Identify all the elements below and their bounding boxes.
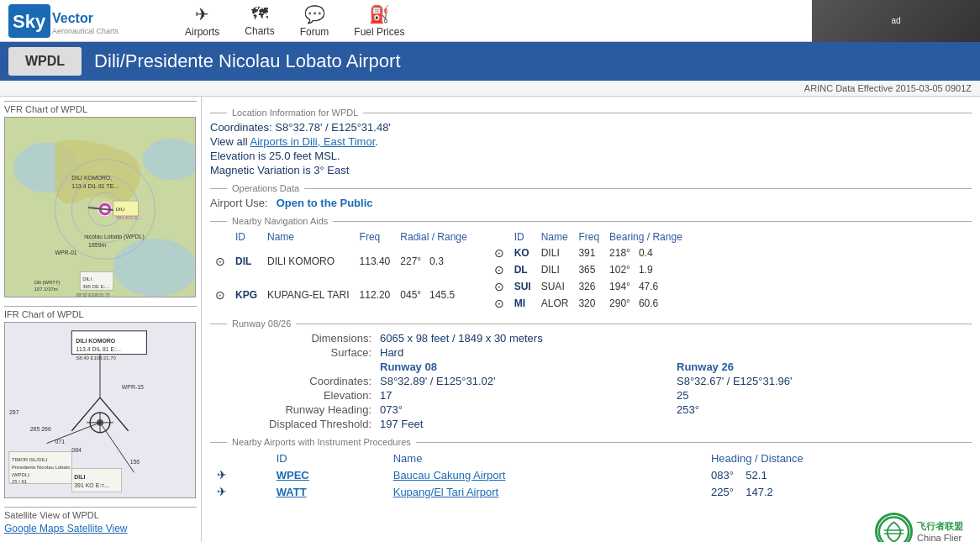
view-all-suffix: . — [375, 135, 378, 148]
svg-text:DILI KOMORO,: DILI KOMORO, — [71, 175, 112, 181]
nav-col-id-right: ID — [509, 229, 536, 245]
displaced-label: Displaced Threshold: — [210, 418, 378, 430]
svg-text:Presidente Nicolau Lobato: Presidente Nicolau Lobato — [12, 465, 71, 470]
svg-text:297: 297 — [9, 409, 19, 415]
rwy26-header: Runway 26 — [677, 360, 972, 373]
nav-airports[interactable]: ✈ Airports — [172, 4, 232, 38]
location-section-header: Location Information for WPDL — [210, 108, 972, 118]
nav-bearing: 290° 60.6 — [604, 295, 688, 312]
svg-text:Sky: Sky — [13, 11, 46, 32]
svg-text:365 DE E:...: 365 DE E:... — [82, 284, 109, 289]
dimensions-label: Dimensions: — [210, 332, 378, 345]
nav-col-icon-right — [489, 229, 509, 245]
svg-text:S8°32 E108:31.70: S8°32 E108:31.70 — [76, 293, 109, 297]
logo-area: Sky Vector Aeronautical Charts — [0, 4, 164, 38]
rwy08-elevation: 17 — [380, 389, 675, 402]
left-panel: VFR Chart of WPDL — [0, 97, 202, 542]
nav-id: DL — [509, 261, 536, 278]
nearby-id[interactable]: WPEC — [270, 466, 387, 483]
nav-aids-grid: ID Name Freq Radial / Range ⊙ DIL DILI K… — [210, 229, 972, 312]
view-all-text: View all Airports in Dili, East Timor. — [210, 135, 972, 148]
nav-id: KPG — [230, 278, 262, 312]
nearby-row: ✈ WPEC Baucau Cakung Airport 083° 52.1 — [210, 466, 972, 483]
nav-fuel[interactable]: ⛽ Fuel Prices — [341, 4, 417, 38]
runway-section-title: Runway 08/26 — [232, 318, 291, 329]
nearby-airports: ID Name Heading / Distance ✈ WPEC Baucau… — [210, 450, 972, 500]
surface-label: Surface: — [210, 346, 378, 359]
nearby-name[interactable]: Kupang/El Tari Airport — [387, 483, 704, 500]
nav-row-left: ⊙ DIL DILI KOMORO 113.40 227° 0.3 — [210, 245, 472, 278]
nearby-name[interactable]: Baucau Cakung Airport — [387, 466, 704, 483]
nav-col-icon-left — [210, 229, 230, 245]
nearby-icon-cell: ✈ — [210, 483, 270, 500]
coords-label: Coordinates: — [210, 375, 378, 387]
rwy08-header: Runway 08 — [380, 360, 675, 373]
satellite-link[interactable]: Google Maps Satellite View — [4, 523, 128, 534]
nav-aids-section-title: Nearby Navigation Aids — [232, 216, 328, 226]
china-flier-icon — [877, 515, 910, 543]
svg-text:25 / 61: 25 / 61 — [12, 479, 28, 484]
nav-aids: ID Name Freq Radial / Range ⊙ DIL DILI K… — [210, 229, 972, 312]
svg-text:DILI: DILI — [116, 207, 125, 212]
airports-link[interactable]: Airports in Dili, East Timor — [250, 135, 375, 148]
skyvector-logo[interactable]: Sky Vector Aeronautical Charts — [8, 4, 155, 38]
heading-label: Runway Heading: — [210, 403, 378, 416]
ifr-chart-image[interactable]: DILI KOMORO 113.4 DIL 81 E:... S8:40 E10… — [4, 322, 196, 498]
nearby-airports-table: ID Name Heading / Distance ✈ WPEC Baucau… — [210, 450, 972, 500]
fuel-icon: ⛽ — [369, 4, 390, 24]
nav-freq: 391 — [573, 245, 604, 261]
runway-section-header: Runway 08/26 — [210, 318, 972, 329]
nearby-heading: 225° 147.2 — [704, 483, 972, 500]
vfr-chart-title: VFR Chart of WPDL — [4, 101, 197, 114]
nav-col-name-left: Name — [262, 229, 355, 245]
nav-freq: 320 — [573, 295, 604, 312]
rwy08-displaced: 197 Feet — [380, 418, 675, 430]
nav-forum[interactable]: 💬 Forum — [287, 4, 342, 38]
operations-section-header: Operations Data — [210, 183, 972, 193]
nav-freq: 113.40 — [355, 245, 396, 278]
nearby-section-header: Nearby Airports with Instrument Procedur… — [210, 437, 972, 447]
magnetic-variation-text: Magnetic Variation is 3° East — [210, 164, 972, 176]
nearby-section-title: Nearby Airports with Instrument Procedur… — [232, 437, 411, 447]
advertisement: ad — [812, 0, 980, 42]
nearby-col-id: ID — [270, 450, 387, 466]
nearby-col-heading: Heading / Distance — [704, 450, 972, 466]
nav-row-left: ⊙ KPG KUPANG-EL TARI 112.20 045° 145.5 — [210, 278, 472, 312]
nav-bearing: 102° 1.9 — [604, 261, 688, 278]
nearby-id[interactable]: WATT — [270, 483, 387, 500]
vfr-chart-image[interactable]: DILI KOMORO, 113.4 DIL 81 TE... nicolau … — [4, 117, 196, 297]
rwy26-elevation: 25 — [677, 389, 972, 402]
nav-col-radial: Radial / Range — [395, 229, 472, 245]
airport-name: Dili/Presidente Nicolau Lobato Airport — [94, 50, 400, 72]
china-flier-logo: 飞行者联盟 China Flier — [875, 513, 963, 542]
svg-text:1859m: 1859m — [88, 242, 106, 248]
location-section-title: Location Information for WPDL — [232, 108, 358, 118]
china-flier-name: 飞行者联盟 — [917, 520, 963, 533]
china-flier-sub: China Flier — [917, 533, 962, 542]
vfr-chart-section: VFR Chart of WPDL — [4, 101, 197, 297]
nav-radial: 227° 0.3 — [395, 245, 472, 278]
nav-icon-cell: ⊙ — [489, 245, 509, 261]
elevation-label: Elevation: — [210, 389, 378, 402]
nav-icon-cell: ⊙ — [489, 278, 509, 295]
vfr-chart-svg: DILI KOMORO, 113.4 DIL 81 TE... nicolau … — [5, 117, 195, 297]
airport-use-value: Open to the Public — [277, 197, 373, 209]
view-all-prefix: View all — [210, 135, 250, 148]
surface-value: Hard — [380, 346, 972, 359]
arinc-notice: ARINC Data Effective 2015-03-05 0901Z — [0, 81, 980, 97]
ifr-chart-title: IFR Chart of WPDL — [4, 306, 197, 319]
nav-charts[interactable]: 🗺 Charts — [232, 4, 287, 37]
ifr-chart-section: IFR Chart of WPDL DILI KOMORO 113.4 DIL … — [4, 306, 197, 498]
rwy26-coords: S8°32.67' / E125°31.96' — [677, 375, 972, 387]
operations-data: Airport Use: Open to the Public — [210, 197, 972, 209]
nav-row-right: ⊙ KO DILI 391 218° 0.4 — [489, 245, 688, 261]
china-flier-text: 飞行者联盟 China Flier — [917, 520, 963, 542]
svg-text:107.1/37m: 107.1/37m — [34, 287, 58, 292]
airport-use-label: Airport Use: — [210, 197, 268, 209]
nav-bearing: 218° 0.4 — [604, 245, 688, 261]
nav-icon-cell: ⊙ — [489, 295, 509, 312]
nav-id: SUI — [509, 278, 536, 295]
airport-code: WPDL — [8, 47, 82, 76]
nav-name: DILI KOMORO — [262, 245, 355, 278]
nav-radial: 045° 145.5 — [395, 278, 472, 312]
